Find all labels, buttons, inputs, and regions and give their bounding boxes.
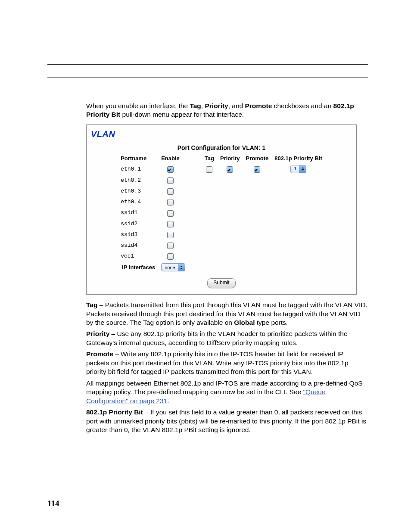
desc-tag-text1: – Packets transmitted from this port thr… [86, 301, 367, 326]
enable-checkbox[interactable] [167, 221, 174, 227]
enable-cell [159, 186, 182, 196]
desc-promote: Promote – Write any 802.1p priority bits… [86, 350, 368, 376]
desc-tag: Tag – Packets transmitted from this port… [86, 301, 368, 327]
vlan-panel: VLAN Port Configuration for VLAN: 1 Port… [86, 124, 357, 295]
enable-cell [159, 230, 182, 240]
portname-cell: ssid4 [118, 240, 158, 250]
desc-tag-global: Global [234, 319, 255, 326]
desc-pbit: 802.1p Priority Bit – If you set this fi… [86, 408, 368, 434]
enable-checkbox[interactable] [167, 243, 174, 249]
desc-promote-label: Promote [86, 350, 113, 358]
desc-promote-text: – Write any 802.1p priority bits into th… [86, 350, 349, 375]
table-row: ssid1 [118, 208, 325, 218]
enable-cell [159, 219, 182, 229]
enable-checkbox[interactable] [167, 199, 174, 205]
col-spacer [183, 154, 201, 163]
pbit-cell: 1 [272, 164, 325, 174]
portname-cell: ssid2 [118, 219, 158, 229]
enable-checkbox[interactable] [167, 177, 174, 184]
portname-cell: eth0.1 [118, 164, 158, 174]
ip-interfaces-label: IP interfaces [118, 262, 158, 273]
enable-checkbox[interactable] [167, 210, 174, 217]
desc-mapping-text2: . [167, 397, 169, 404]
desc-pbit-label: 802.1p Priority Bit [86, 408, 143, 416]
intro-text: When you enable an interface, the [86, 102, 190, 109]
enable-checkbox[interactable] [167, 253, 174, 260]
col-tag: Tag [202, 154, 217, 163]
pbit-value: 1 [291, 166, 299, 172]
top-rule [47, 64, 368, 65]
col-promote: Promote [243, 154, 271, 163]
col-portname: Portname [118, 154, 158, 163]
desc-mapping: All mappings between Ethernet 802.1p and… [86, 379, 368, 405]
intro-promote: Promote [245, 102, 272, 109]
col-pbit: 802.1p Priority Bit [272, 154, 325, 163]
col-enable: Enable [159, 154, 182, 163]
enable-checkbox[interactable] [167, 188, 174, 195]
submit-button[interactable]: Submit [207, 278, 235, 288]
table-row: eth0.4 [118, 197, 325, 207]
table-row: ssid3 [118, 230, 325, 240]
intro-text3: pull-down menu appear for that interface… [120, 111, 244, 118]
portname-cell: eth0.3 [118, 186, 158, 196]
intro-sep2: , and [228, 102, 245, 109]
table-row: eth0.3 [118, 186, 325, 196]
updown-icon [299, 165, 306, 173]
enable-cell [159, 251, 182, 261]
priority-cell [218, 164, 243, 174]
portname-cell: eth0.2 [118, 175, 158, 185]
desc-priority-text: – Use any 802.1p priority bits in the VL… [86, 330, 348, 346]
panel-title: VLAN [91, 128, 352, 140]
enable-cell [159, 175, 182, 185]
table-row: ssid2 [118, 219, 325, 229]
intro-paragraph: When you enable an interface, the Tag, P… [86, 102, 368, 119]
enable-cell [159, 197, 182, 207]
intro-tag: Tag [190, 102, 201, 109]
promote-cell [243, 164, 271, 174]
intro-priority: Priority [205, 102, 228, 109]
ip-interfaces-value: none [162, 264, 177, 271]
enable-checkbox[interactable] [167, 166, 174, 173]
table-row: vcc1 [118, 251, 325, 261]
portname-cell: ssid1 [118, 208, 158, 218]
portname-cell: eth0.4 [118, 197, 158, 207]
table-row: ssid4 [118, 240, 325, 250]
enable-cell [159, 164, 182, 174]
col-priority: Priority [218, 154, 243, 163]
table-row: eth0.2 [118, 175, 325, 185]
tag-cell [202, 164, 217, 174]
enable-checkbox[interactable] [167, 232, 174, 238]
promote-checkbox[interactable] [254, 166, 260, 173]
desc-priority-label: Priority [86, 330, 109, 337]
intro-text2: checkboxes and an [272, 102, 333, 109]
desc-tag-label: Tag [86, 301, 97, 308]
portname-cell: ssid3 [118, 230, 158, 240]
port-table: Portname Enable Tag Priority Promote 802… [117, 153, 326, 274]
enable-cell [159, 240, 182, 250]
tag-checkbox[interactable] [206, 166, 212, 173]
enable-cell [159, 208, 182, 218]
panel-subtitle: Port Configuration for VLAN: 1 [91, 144, 352, 152]
updown-icon [178, 264, 185, 271]
ip-interfaces-select[interactable]: none [161, 263, 185, 271]
priority-checkbox[interactable] [227, 166, 233, 173]
page-number: 114 [47, 499, 59, 508]
portname-cell: vcc1 [118, 251, 158, 261]
pbit-select[interactable]: 1 [290, 165, 307, 173]
table-row: eth0.11 [118, 164, 325, 174]
desc-priority: Priority – Use any 802.1p priority bits … [86, 330, 368, 347]
sub-rule [47, 78, 368, 78]
desc-tag-text2: type ports. [255, 319, 288, 326]
